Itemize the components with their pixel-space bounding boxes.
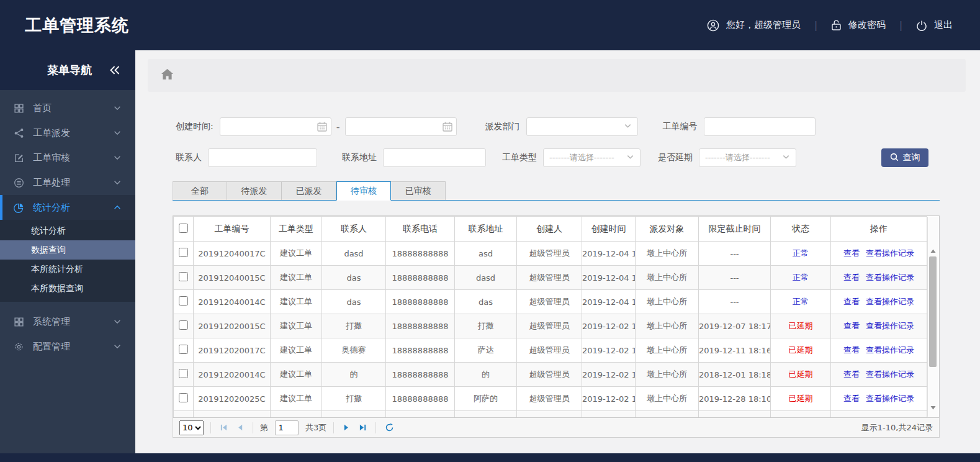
page-number-input[interactable]	[275, 420, 299, 435]
view-link[interactable]: 查看	[843, 248, 860, 258]
row-checkbox[interactable]	[179, 369, 188, 378]
status-badge: 正常	[771, 290, 831, 314]
view-link[interactable]: 查看	[843, 297, 860, 306]
column-header: 操作	[831, 217, 927, 242]
row-checkbox[interactable]	[179, 417, 188, 418]
view-log-link[interactable]: 查看操作记录	[866, 297, 914, 306]
row-select-cell	[174, 290, 194, 314]
chevron-down-icon	[113, 178, 122, 187]
view-link[interactable]: 查看	[843, 369, 860, 379]
tab-all[interactable]: 全部	[173, 181, 227, 201]
cell-phone: 18888888888	[386, 266, 455, 290]
sidebar-item-system-manage[interactable]: 系统管理	[0, 309, 135, 334]
order-no-input[interactable]	[704, 117, 816, 136]
row-checkbox[interactable]	[179, 272, 188, 281]
last-page-button[interactable]	[357, 424, 369, 432]
sidebar-item-order-dispatch[interactable]: 工单派发	[0, 120, 135, 145]
contact-input[interactable]	[208, 148, 317, 167]
view-log-link[interactable]: 查看操作记录	[866, 248, 914, 258]
logout-link[interactable]: 退出	[916, 19, 953, 31]
sidebar-item-home[interactable]: 首页	[0, 96, 135, 120]
chevron-down-icon	[113, 104, 122, 112]
row-checkbox[interactable]	[179, 320, 188, 330]
cell-order-no: 201912020025C	[194, 387, 271, 411]
row-checkbox[interactable]	[179, 345, 188, 354]
view-log-link[interactable]: 查看操作记录	[866, 273, 914, 282]
collapse-sidebar-button[interactable]	[109, 65, 120, 75]
power-icon	[916, 20, 927, 31]
column-header: 状态	[771, 217, 831, 242]
cell-order-type: 建议工单	[271, 314, 322, 338]
sidebar-item-config-manage[interactable]: 配置管理	[0, 334, 135, 359]
sidebar-item-label: 配置管理	[33, 341, 113, 353]
sidebar-item-order-process[interactable]: 工单处理	[0, 170, 135, 195]
view-link[interactable]: 查看	[843, 345, 860, 355]
tab-dispatched[interactable]: 已派发	[282, 181, 336, 201]
order-type-select[interactable]: -------请选择-------	[543, 148, 641, 167]
sidebar-subitem-statistics-analysis[interactable]: 统计分析	[0, 221, 135, 240]
first-page-button[interactable]	[218, 424, 230, 432]
view-link[interactable]: 查看	[843, 273, 860, 282]
change-password-link[interactable]: 修改密码	[831, 19, 886, 31]
breadcrumb	[148, 59, 966, 92]
cell-order-no: 201912040014C	[194, 290, 271, 314]
sidebar-item-label: 工单处理	[33, 177, 113, 189]
row-checkbox[interactable]	[179, 393, 188, 402]
view-log-link[interactable]: 查看操作记录	[866, 394, 914, 403]
sidebar-subitem-data-query[interactable]: 数据查询	[0, 240, 135, 260]
cell-order-no: 201912020014C	[194, 363, 271, 387]
orders-table-wrap: 工单编号工单类型联系人联系电话联系地址创建人创建时间派发对象限定截止时间状态操作…	[173, 215, 940, 418]
view-link[interactable]: 查看	[843, 321, 860, 330]
grid-icon	[14, 103, 25, 114]
create-time-end-input[interactable]	[345, 117, 457, 136]
view-log-link[interactable]: 查看操作记录	[866, 321, 914, 330]
tab-reviewed[interactable]: 已审核	[391, 181, 446, 201]
next-page-button[interactable]	[341, 424, 353, 432]
main-content: 创建时间: - 派发部门 工单编号 联系人 联系地址 工单类型	[135, 50, 980, 453]
cell-phone: 18888888888	[386, 363, 455, 387]
scroll-up-icon[interactable]	[928, 247, 938, 255]
sidebar-item-label: 工单派发	[33, 127, 113, 139]
chevron-up-icon	[113, 203, 122, 212]
status-badge: 正常	[771, 266, 831, 290]
chevron-down-icon	[782, 153, 790, 163]
cell-creator: 超级管理员	[517, 363, 582, 387]
address-input[interactable]	[383, 148, 486, 167]
cell-contact: 奥德赛	[322, 338, 386, 363]
view-log-link[interactable]: 查看操作记录	[866, 369, 914, 379]
cell-deadline: ---	[699, 290, 771, 314]
refresh-button[interactable]	[383, 423, 396, 432]
dispatch-dept-select[interactable]	[526, 117, 638, 136]
table-scrollbar[interactable]	[927, 217, 938, 417]
sidebar-item-order-review[interactable]: 工单审核	[0, 145, 135, 170]
sidebar-subitem-office-data-query[interactable]: 本所数据查询	[0, 279, 135, 298]
row-select-cell	[174, 363, 194, 387]
record-summary: 显示1-10,共24记录	[861, 422, 933, 433]
cell-contact: das	[322, 290, 386, 314]
tab-to-review[interactable]: 待审核	[336, 181, 391, 201]
user-icon	[707, 19, 719, 32]
view-log-link[interactable]: 查看操作记录	[866, 345, 914, 355]
cell-contact: 的	[322, 363, 386, 387]
cell-phone: 18888888888	[386, 314, 455, 338]
cell-order-no: 201912020015C	[194, 314, 271, 338]
row-checkbox[interactable]	[179, 296, 188, 306]
create-time-start-input[interactable]	[220, 117, 331, 136]
scroll-down-icon[interactable]	[928, 403, 938, 412]
page-size-select[interactable]: 10	[179, 420, 204, 435]
home-icon[interactable]	[161, 69, 173, 82]
row-checkbox[interactable]	[179, 248, 188, 257]
tab-to-dispatch[interactable]: 待派发	[227, 181, 282, 201]
sidebar-subitem-office-statistics[interactable]: 本所统计分析	[0, 260, 135, 279]
delay-select[interactable]: -------请选择-------	[699, 148, 796, 167]
select-all-checkbox[interactable]	[179, 224, 188, 233]
cell-created-at: 2019-12-04 15	[582, 242, 636, 266]
cell-address: das	[455, 290, 517, 314]
search-button[interactable]: 查询	[881, 148, 928, 167]
actions-cell: 查看查看操作记录	[831, 338, 927, 363]
prev-page-button[interactable]	[234, 424, 246, 432]
sidebar-item-statistics[interactable]: 统计分析	[0, 195, 135, 220]
cell-creator: 超级管理员	[517, 242, 582, 266]
scrollbar-thumb[interactable]	[929, 256, 937, 367]
view-link[interactable]: 查看	[843, 394, 860, 403]
